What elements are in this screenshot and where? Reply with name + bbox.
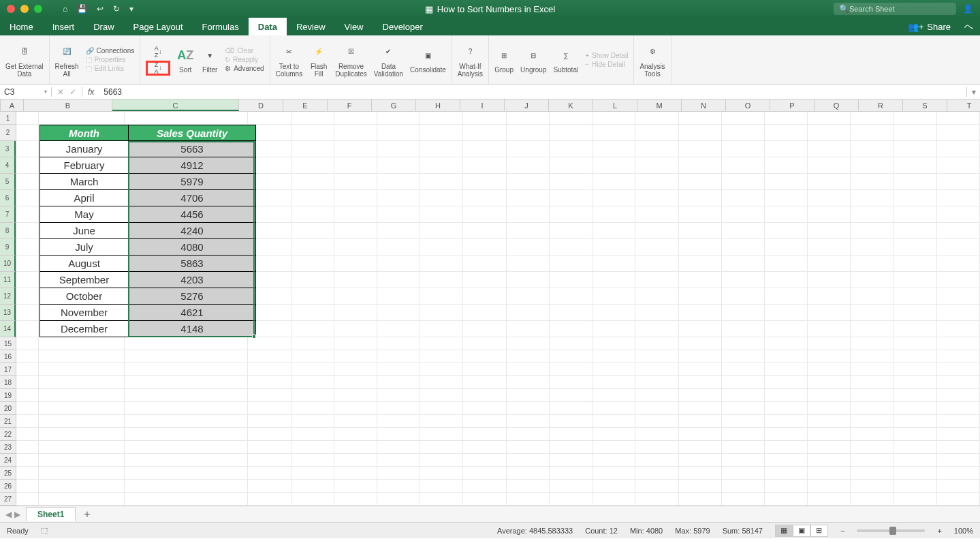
column-header-D[interactable]: D [239,99,283,111]
minimize-window-icon[interactable] [20,5,29,13]
enter-formula-icon[interactable]: ✓ [69,87,76,97]
row-header-6[interactable]: 6 [0,190,16,206]
tab-formulas[interactable]: Formulas [193,18,249,35]
collapse-ribbon-icon[interactable]: へ [958,18,980,35]
cell-qty[interactable]: 5276 [129,288,255,304]
macro-record-icon[interactable]: ⬚ [41,526,48,535]
row-header-16[interactable]: 16 [0,350,16,363]
search-input[interactable] [849,5,951,13]
flash-fill-button[interactable]: ⚡Flash Fill [309,42,328,78]
row-header-21[interactable]: 21 [0,415,16,428]
cell-month[interactable]: November [40,305,129,320]
cell-month[interactable]: March [40,174,129,189]
row-header-23[interactable]: 23 [0,441,16,454]
row-header-19[interactable]: 19 [0,389,16,402]
sheet-nav-next-icon[interactable]: ▶ [14,510,20,519]
analysis-tools-button[interactable]: ⚙Analysis Tools [639,42,665,78]
spreadsheet-grid[interactable]: ABCDEFGHIJKLMNOPQRST 1234567891011121314… [0,99,980,506]
cell-month[interactable]: September [40,272,129,288]
close-window-icon[interactable] [7,5,15,13]
group-button[interactable]: ⊞Group [494,46,513,74]
tab-developer[interactable]: Developer [373,18,432,35]
edit-links-button[interactable]: ⬚Edit Links [86,65,124,72]
tab-insert[interactable]: Insert [43,18,84,35]
maximize-window-icon[interactable] [34,5,42,13]
page-break-view-button[interactable]: ⊞ [810,525,828,537]
row-header-26[interactable]: 26 [0,480,16,493]
column-header-N[interactable]: N [682,99,726,111]
user-icon[interactable]: 👤 [963,4,973,14]
cell-month[interactable]: April [40,190,129,206]
namebox-dropdown-icon[interactable]: ▾ [44,89,47,95]
column-header-A[interactable]: A [1,99,24,111]
qat-more-icon[interactable]: ▾ [129,4,133,14]
row-header-15[interactable]: 15 [0,337,16,350]
row-header-14[interactable]: 14 [0,321,16,337]
hide-detail-button[interactable]: −Hide Detail [585,61,625,68]
cell-month[interactable]: May [40,206,129,222]
column-header-T[interactable]: T [947,99,980,111]
row-header-2[interactable]: 2 [0,125,16,141]
row-header-4[interactable]: 4 [0,157,16,174]
column-header-M[interactable]: M [637,99,682,111]
row-header-1[interactable]: 1 [0,112,16,125]
subtotal-button[interactable]: ∑Subtotal [553,46,578,74]
row-header-20[interactable]: 20 [0,402,16,415]
remove-duplicates-button[interactable]: ☒Remove Duplicates [335,42,367,78]
row-header-10[interactable]: 10 [0,256,16,272]
row-header-25[interactable]: 25 [0,467,16,480]
column-header-E[interactable]: E [283,99,328,111]
cell-qty[interactable]: 4456 [129,206,255,222]
column-header-K[interactable]: K [549,99,593,111]
column-header-C[interactable]: C [112,99,239,111]
sort-ascending-button[interactable]: AZ↓ [146,44,170,59]
column-header-F[interactable]: F [328,99,372,111]
cancel-formula-icon[interactable]: ✕ [57,87,64,97]
tab-data[interactable]: Data [249,18,287,35]
fx-icon[interactable]: fx [82,87,99,97]
sort-descending-button[interactable]: ZA↓ [146,61,170,76]
tab-view[interactable]: View [335,18,373,35]
consolidate-button[interactable]: ▣Consolidate [410,46,446,74]
row-header-27[interactable]: 27 [0,493,16,506]
tab-draw[interactable]: Draw [84,18,123,35]
column-header-G[interactable]: G [372,99,416,111]
column-header-S[interactable]: S [903,99,947,111]
cell-month[interactable]: August [40,256,129,271]
cell-month[interactable]: January [40,141,129,157]
row-header-3[interactable]: 3 [0,141,16,157]
expand-formula-bar-icon[interactable]: ▾ [966,87,980,97]
row-header-8[interactable]: 8 [0,223,16,239]
formula-input[interactable]: 5663 [99,87,966,97]
zoom-in-button[interactable]: + [937,527,941,535]
cell-qty[interactable]: 4240 [129,223,255,238]
zoom-out-button[interactable]: − [840,527,844,535]
data-validation-button[interactable]: ✔Data Validation [374,42,403,78]
reapply-button[interactable]: ↻Reapply [225,56,258,63]
save-icon[interactable]: 💾 [77,4,87,14]
add-sheet-button[interactable]: + [76,508,98,521]
cell-qty[interactable]: 5863 [129,256,255,271]
cells-area[interactable]: Month Sales Quantity January5663February… [16,112,980,506]
row-header-7[interactable]: 7 [0,206,16,223]
get-external-data-button[interactable]: 🗄 Get External Data [0,35,50,84]
home-icon[interactable]: ⌂ [63,4,67,14]
show-detail-button[interactable]: +Show Detail [585,52,628,59]
tab-review[interactable]: Review [287,18,335,35]
column-header-Q[interactable]: Q [815,99,859,111]
tab-home[interactable]: Home [0,18,43,35]
zoom-thumb[interactable] [889,527,896,535]
connections-button[interactable]: 🔗Connections [86,47,135,55]
cell-qty[interactable]: 5979 [129,174,255,189]
sort-button[interactable]: AZ Sort [176,46,195,74]
cell-qty[interactable]: 4706 [129,190,255,206]
zoom-slider[interactable] [857,529,925,532]
refresh-all-button[interactable]: 🔄 Refresh All [55,42,79,78]
column-header-P[interactable]: P [770,99,815,111]
whatif-button[interactable]: ?What-If Analysis [458,42,483,78]
search-sheet-box[interactable]: 🔍 [834,3,956,15]
sheet-nav-prev-icon[interactable]: ◀ [5,510,12,519]
column-header-J[interactable]: J [505,99,549,111]
zoom-level[interactable]: 100% [954,527,973,535]
column-header-O[interactable]: O [726,99,770,111]
